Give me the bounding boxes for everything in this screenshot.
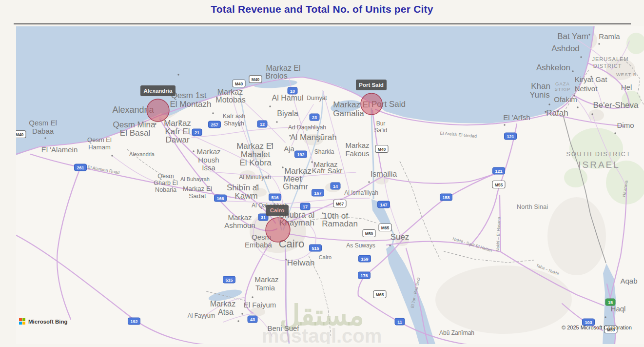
map-label: Helwan [287, 258, 315, 267]
town-dot [598, 43, 600, 44]
urban-area [588, 109, 604, 121]
town-dot [548, 103, 550, 105]
map-label: Hel [621, 83, 632, 91]
map-label: Aja [284, 144, 294, 153]
map-label: Netivot [575, 84, 598, 93]
map-label: Biyala [277, 109, 298, 118]
route-shield-number: 31 [261, 215, 266, 220]
route-shield: 515 [223, 276, 235, 283]
bubble-port-said[interactable] [361, 93, 382, 115]
map-label: SOUTH DISTRICT [566, 151, 631, 158]
route-shield: 12 [257, 121, 267, 127]
microsoft-logo-icon [19, 318, 25, 325]
map-label: Al Buhayrah [180, 176, 210, 182]
bubble-cairo[interactable] [266, 218, 290, 242]
route-shield: M65 [379, 224, 391, 231]
route-shield-number: 11 [397, 320, 402, 325]
map-label: Nobaria [155, 186, 176, 193]
bing-map-canvas[interactable]: مستقل mostaql.com Markaz ElBrolosMarkazM… [16, 26, 644, 344]
route-shield: 192 [295, 151, 307, 158]
route-shield-number: 176 [360, 273, 368, 278]
route-shield-number: 167 [314, 191, 321, 196]
route-shield: M40 [249, 76, 262, 83]
map-visual[interactable]: مستقل mostaql.com Markaz ElBrolosMarkazM… [16, 26, 644, 344]
map-label: Markaz [217, 88, 243, 96]
relief-patch [435, 265, 572, 334]
map-label: Dabaa [32, 127, 54, 135]
town-dot [193, 150, 194, 152]
map-label: Alexandria [129, 151, 155, 157]
map-label: Ashkelon [536, 63, 570, 72]
route-shield: 23 [310, 114, 319, 121]
route-shield: M67 [333, 200, 346, 207]
title-divider [14, 23, 631, 24]
route-shield: 14 [331, 183, 340, 189]
route-shield: 43 [248, 316, 257, 323]
map-label: Ashmoun [224, 221, 255, 229]
route-shield-number: 192 [130, 319, 137, 324]
map-label: El Alamien Road [87, 164, 120, 175]
route-shield: M65 [373, 291, 386, 298]
route-shield-number: 43 [250, 317, 255, 322]
route-shield-number: 261 [77, 165, 84, 170]
town-dot [572, 70, 573, 72]
route-shield-number: M65 [381, 225, 390, 230]
town-dot [237, 320, 239, 322]
map-label: Embaba [245, 241, 273, 249]
map-label: Motobas [215, 96, 245, 104]
map-label: Dawar [165, 135, 189, 144]
town-dot [591, 113, 593, 115]
route-shield-number: 14 [333, 184, 338, 189]
route-shield: 167 [312, 189, 324, 196]
map-label: Qesm 1st [171, 91, 207, 100]
bubble-alexandria[interactable] [147, 99, 169, 122]
map-label: Dumyat [307, 95, 327, 102]
route-shield-number: M40 [252, 77, 260, 82]
road-path [384, 171, 503, 184]
map-label: GAZA [555, 81, 570, 86]
route-shield-number: 15 [608, 300, 613, 305]
map-label: El Kobra [239, 158, 272, 167]
map-label: Gamalia [333, 109, 364, 118]
town-dot [241, 313, 243, 314]
route-shield: 166 [215, 195, 227, 202]
town-dot [577, 106, 578, 108]
town-dot [282, 166, 283, 168]
map-label: Sadat [189, 192, 206, 200]
map-label: Kiryat Gat [575, 75, 608, 83]
road-path [16, 235, 221, 344]
map-label: Suez [390, 232, 410, 242]
route-shield: 192 [128, 318, 140, 325]
map-label: Bat Yam [557, 32, 588, 41]
route-shield-number: 121 [495, 169, 502, 174]
town-dot [368, 181, 370, 183]
map-label: Nakhl - Sadr El Heitan [452, 236, 493, 253]
map-label: Tamia [255, 284, 275, 292]
map-label: Cairo [319, 254, 332, 260]
suez-canal [371, 108, 373, 199]
route-shield-number: 103 [585, 320, 592, 325]
map-label: Kafr Sakr [312, 166, 343, 175]
route-shield: 159 [359, 255, 371, 262]
map-label: Al Minufiyah [239, 174, 271, 181]
map-label: El Montazh [170, 100, 211, 109]
map-label: El Faiyum [244, 301, 276, 309]
map-label: Haql [611, 305, 626, 313]
route-shield: 15 [605, 299, 615, 306]
town-dot [212, 112, 214, 114]
map-label: Ismailia [371, 170, 397, 178]
town-dot [605, 316, 606, 318]
road-path [400, 171, 503, 236]
map-label: Issa [202, 163, 215, 172]
gulf-of-suez [386, 244, 435, 344]
map-label: Qesm El [87, 136, 112, 143]
map-label: Al Hamul [272, 94, 304, 102]
map-label: Ashdod [551, 44, 580, 53]
route-shield: 516 [269, 194, 281, 201]
town-dot [252, 296, 253, 298]
map-label: Khan [531, 82, 550, 91]
route-shield-number: M65 [376, 292, 384, 297]
town-dot [311, 161, 312, 163]
map-label: Abū Zanīmah [439, 329, 474, 336]
bing-attribution: Microsoft Bing [19, 318, 68, 325]
